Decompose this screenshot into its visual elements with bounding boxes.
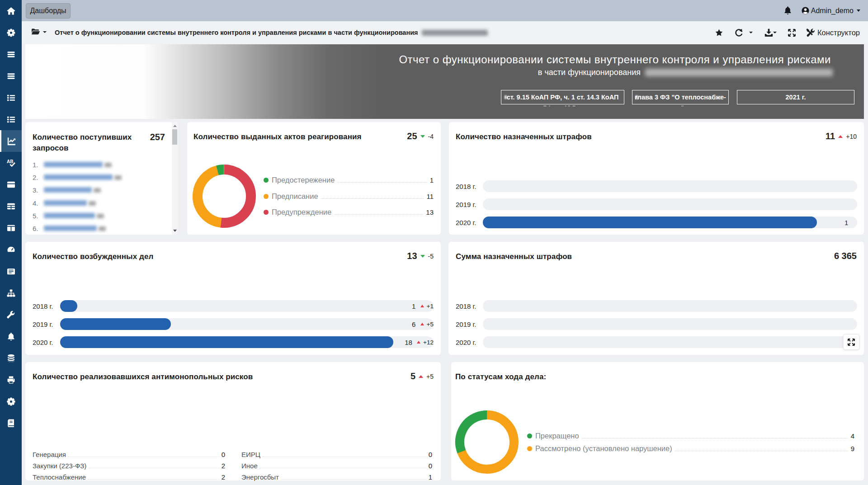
svg-text:AB: AB: [7, 159, 13, 164]
